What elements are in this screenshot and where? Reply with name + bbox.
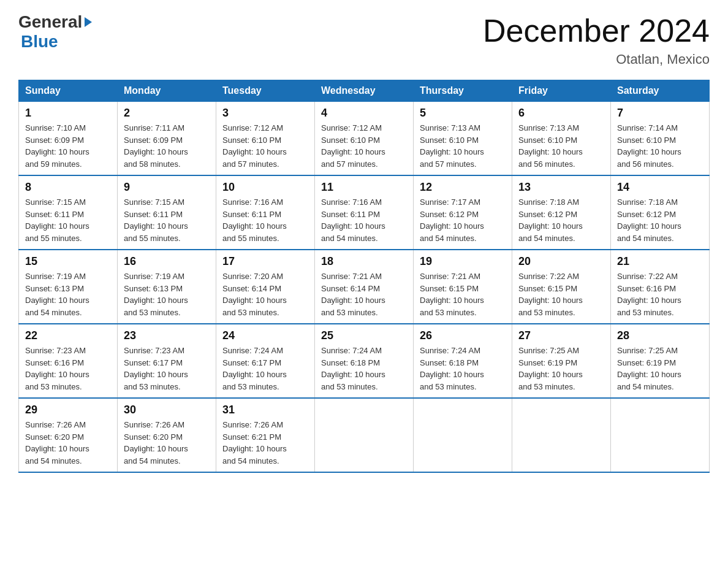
calendar-cell <box>611 398 710 472</box>
day-info: Sunrise: 7:24 AM Sunset: 6:17 PM Dayligh… <box>222 345 308 393</box>
day-number: 8 <box>25 181 111 194</box>
calendar-cell: 21 Sunrise: 7:22 AM Sunset: 6:16 PM Dayl… <box>611 250 710 324</box>
calendar-cell: 29 Sunrise: 7:26 AM Sunset: 6:20 PM Dayl… <box>19 398 118 472</box>
day-number: 24 <box>222 329 308 342</box>
logo-text-general: General <box>18 12 82 32</box>
weekday-header-saturday: Saturday <box>611 80 710 102</box>
calendar-cell: 6 Sunrise: 7:13 AM Sunset: 6:10 PM Dayli… <box>512 102 611 176</box>
weekday-header-wednesday: Wednesday <box>315 80 414 102</box>
day-info: Sunrise: 7:24 AM Sunset: 6:18 PM Dayligh… <box>321 345 407 393</box>
day-number: 7 <box>617 107 703 120</box>
location-text: Otatlan, Mexico <box>483 52 710 67</box>
calendar-week-row: 29 Sunrise: 7:26 AM Sunset: 6:20 PM Dayl… <box>19 398 710 472</box>
calendar-cell: 24 Sunrise: 7:24 AM Sunset: 6:17 PM Dayl… <box>216 324 315 398</box>
day-info: Sunrise: 7:12 AM Sunset: 6:10 PM Dayligh… <box>222 122 308 170</box>
calendar-cell: 8 Sunrise: 7:15 AM Sunset: 6:11 PM Dayli… <box>19 175 118 250</box>
day-info: Sunrise: 7:26 AM Sunset: 6:20 PM Dayligh… <box>25 419 111 467</box>
day-info: Sunrise: 7:13 AM Sunset: 6:10 PM Dayligh… <box>420 122 506 170</box>
day-number: 22 <box>25 329 111 342</box>
day-info: Sunrise: 7:11 AM Sunset: 6:09 PM Dayligh… <box>124 122 210 170</box>
calendar-cell: 19 Sunrise: 7:21 AM Sunset: 6:15 PM Dayl… <box>414 250 512 324</box>
day-info: Sunrise: 7:18 AM Sunset: 6:12 PM Dayligh… <box>617 196 703 244</box>
calendar-cell <box>512 398 611 472</box>
day-info: Sunrise: 7:16 AM Sunset: 6:11 PM Dayligh… <box>222 196 308 244</box>
day-info: Sunrise: 7:25 AM Sunset: 6:19 PM Dayligh… <box>518 345 604 393</box>
calendar-cell: 18 Sunrise: 7:21 AM Sunset: 6:14 PM Dayl… <box>315 250 414 324</box>
calendar-week-row: 15 Sunrise: 7:19 AM Sunset: 6:13 PM Dayl… <box>19 250 710 324</box>
day-number: 25 <box>321 329 407 342</box>
calendar-cell: 3 Sunrise: 7:12 AM Sunset: 6:10 PM Dayli… <box>216 102 315 176</box>
calendar-cell: 9 Sunrise: 7:15 AM Sunset: 6:11 PM Dayli… <box>118 175 216 250</box>
day-info: Sunrise: 7:19 AM Sunset: 6:13 PM Dayligh… <box>124 270 210 318</box>
calendar-cell: 1 Sunrise: 7:10 AM Sunset: 6:09 PM Dayli… <box>19 102 118 176</box>
month-title: December 2024 <box>483 12 710 49</box>
day-number: 29 <box>25 404 111 416</box>
day-number: 31 <box>222 404 308 416</box>
day-info: Sunrise: 7:16 AM Sunset: 6:11 PM Dayligh… <box>321 196 407 244</box>
calendar-cell: 20 Sunrise: 7:22 AM Sunset: 6:15 PM Dayl… <box>512 250 611 324</box>
day-number: 28 <box>617 329 703 342</box>
day-number: 20 <box>518 255 604 268</box>
calendar-cell: 17 Sunrise: 7:20 AM Sunset: 6:14 PM Dayl… <box>216 250 315 324</box>
day-info: Sunrise: 7:22 AM Sunset: 6:16 PM Dayligh… <box>617 270 703 318</box>
weekday-header-friday: Friday <box>512 80 611 102</box>
calendar-cell: 12 Sunrise: 7:17 AM Sunset: 6:12 PM Dayl… <box>414 175 512 250</box>
calendar-cell: 15 Sunrise: 7:19 AM Sunset: 6:13 PM Dayl… <box>19 250 118 324</box>
calendar-cell: 31 Sunrise: 7:26 AM Sunset: 6:21 PM Dayl… <box>216 398 315 472</box>
day-number: 16 <box>124 255 210 268</box>
day-number: 27 <box>518 329 604 342</box>
day-number: 26 <box>420 329 506 342</box>
calendar-cell: 30 Sunrise: 7:26 AM Sunset: 6:20 PM Dayl… <box>118 398 216 472</box>
day-info: Sunrise: 7:12 AM Sunset: 6:10 PM Dayligh… <box>321 122 407 170</box>
day-number: 3 <box>222 107 308 120</box>
day-number: 11 <box>321 181 407 194</box>
calendar-cell: 23 Sunrise: 7:23 AM Sunset: 6:17 PM Dayl… <box>118 324 216 398</box>
calendar-cell: 25 Sunrise: 7:24 AM Sunset: 6:18 PM Dayl… <box>315 324 414 398</box>
day-info: Sunrise: 7:19 AM Sunset: 6:13 PM Dayligh… <box>25 270 111 318</box>
day-number: 2 <box>124 107 210 120</box>
title-area: December 2024 Otatlan, Mexico <box>483 12 710 67</box>
logo-chevron-icon <box>85 17 92 27</box>
calendar-cell: 13 Sunrise: 7:18 AM Sunset: 6:12 PM Dayl… <box>512 175 611 250</box>
day-info: Sunrise: 7:18 AM Sunset: 6:12 PM Dayligh… <box>518 196 604 244</box>
day-info: Sunrise: 7:10 AM Sunset: 6:09 PM Dayligh… <box>25 122 111 170</box>
weekday-header-row: SundayMondayTuesdayWednesdayThursdayFrid… <box>19 80 710 102</box>
day-info: Sunrise: 7:20 AM Sunset: 6:14 PM Dayligh… <box>222 270 308 318</box>
day-info: Sunrise: 7:24 AM Sunset: 6:18 PM Dayligh… <box>420 345 506 393</box>
weekday-header-monday: Monday <box>118 80 216 102</box>
day-number: 23 <box>124 329 210 342</box>
calendar-week-row: 1 Sunrise: 7:10 AM Sunset: 6:09 PM Dayli… <box>19 102 710 176</box>
calendar-table: SundayMondayTuesdayWednesdayThursdayFrid… <box>18 80 710 473</box>
calendar-cell <box>315 398 414 472</box>
day-info: Sunrise: 7:14 AM Sunset: 6:10 PM Dayligh… <box>617 122 703 170</box>
day-info: Sunrise: 7:15 AM Sunset: 6:11 PM Dayligh… <box>124 196 210 244</box>
calendar-cell: 22 Sunrise: 7:23 AM Sunset: 6:16 PM Dayl… <box>19 324 118 398</box>
day-info: Sunrise: 7:21 AM Sunset: 6:14 PM Dayligh… <box>321 270 407 318</box>
calendar-cell: 27 Sunrise: 7:25 AM Sunset: 6:19 PM Dayl… <box>512 324 611 398</box>
day-number: 13 <box>518 181 604 194</box>
day-info: Sunrise: 7:21 AM Sunset: 6:15 PM Dayligh… <box>420 270 506 318</box>
day-info: Sunrise: 7:25 AM Sunset: 6:19 PM Dayligh… <box>617 345 703 393</box>
weekday-header-sunday: Sunday <box>19 80 118 102</box>
day-number: 14 <box>617 181 703 194</box>
day-number: 17 <box>222 255 308 268</box>
logo-text-blue: Blue <box>21 32 58 51</box>
day-info: Sunrise: 7:26 AM Sunset: 6:21 PM Dayligh… <box>222 419 308 467</box>
day-number: 1 <box>25 107 111 120</box>
page-header: General Blue December 2024 Otatlan, Mexi… <box>18 12 710 67</box>
day-number: 19 <box>420 255 506 268</box>
calendar-week-row: 22 Sunrise: 7:23 AM Sunset: 6:16 PM Dayl… <box>19 324 710 398</box>
logo: General Blue <box>18 12 94 52</box>
day-number: 12 <box>420 181 506 194</box>
calendar-cell <box>414 398 512 472</box>
day-info: Sunrise: 7:26 AM Sunset: 6:20 PM Dayligh… <box>124 419 210 467</box>
calendar-cell: 26 Sunrise: 7:24 AM Sunset: 6:18 PM Dayl… <box>414 324 512 398</box>
day-info: Sunrise: 7:22 AM Sunset: 6:15 PM Dayligh… <box>518 270 604 318</box>
day-info: Sunrise: 7:23 AM Sunset: 6:16 PM Dayligh… <box>25 345 111 393</box>
day-number: 9 <box>124 181 210 194</box>
calendar-cell: 16 Sunrise: 7:19 AM Sunset: 6:13 PM Dayl… <box>118 250 216 324</box>
calendar-week-row: 8 Sunrise: 7:15 AM Sunset: 6:11 PM Dayli… <box>19 175 710 250</box>
day-number: 30 <box>124 404 210 416</box>
day-number: 21 <box>617 255 703 268</box>
calendar-cell: 11 Sunrise: 7:16 AM Sunset: 6:11 PM Dayl… <box>315 175 414 250</box>
